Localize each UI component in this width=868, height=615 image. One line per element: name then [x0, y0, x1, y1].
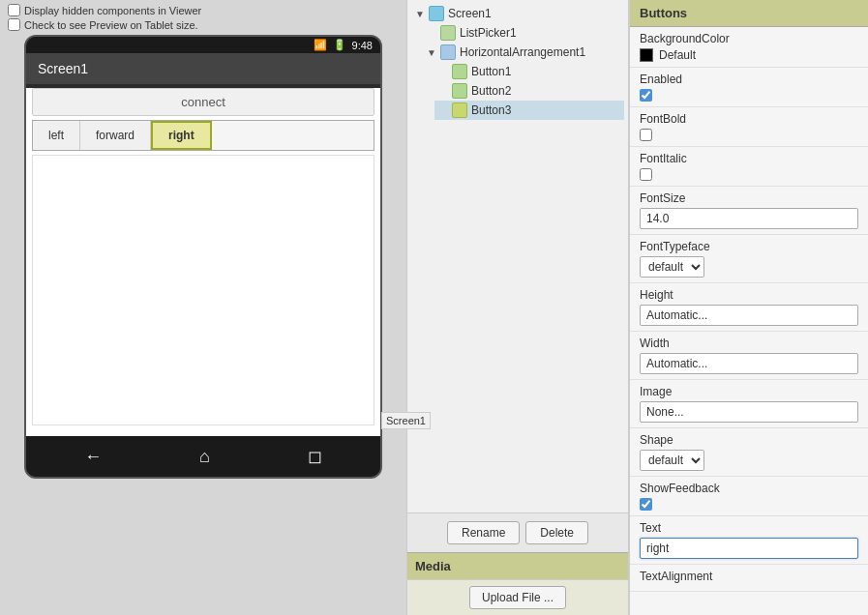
component-tree-panel: ▼ Screen1 ListPicker1 ▼ HorizontalArrang…: [406, 0, 629, 615]
listpicker1-label: ListPicker1: [460, 26, 517, 40]
prop-label-showfeedback: ShowFeedback: [640, 482, 858, 495]
input-image[interactable]: [640, 401, 858, 423]
prop-label-fonttypeface: FontTypeface: [640, 240, 858, 253]
prop-label-enabled: Enabled: [640, 73, 858, 86]
select-fonttypeface[interactable]: default: [640, 256, 704, 278]
back-nav-icon: ←: [84, 447, 102, 467]
tree-actions: Rename Delete: [407, 512, 628, 552]
prop-showfeedback: ShowFeedback: [630, 477, 868, 516]
button1-icon: [452, 64, 467, 79]
screen1-label: Screen1: [448, 7, 492, 20]
phone-left-button[interactable]: left: [33, 121, 80, 150]
battery-icon: 🔋: [333, 39, 346, 51]
checkbox-fontitalic[interactable]: [640, 168, 652, 181]
phone-status-bar: 📶 🔋 9:48: [26, 37, 380, 53]
prop-label-shape: Shape: [640, 433, 858, 447]
screen-label: Screen1: [381, 412, 431, 429]
expand-button3: [438, 105, 450, 116]
screen-icon: [429, 6, 444, 21]
prop-label-fontsize: FontSize: [640, 191, 858, 205]
prop-label-image: Image: [640, 385, 858, 398]
button2-icon: [452, 83, 467, 99]
rename-button[interactable]: Rename: [447, 521, 520, 544]
properties-panel: Buttons BackgroundColor Default Enabled …: [629, 0, 868, 615]
prop-label-background-color: BackgroundColor: [640, 32, 858, 45]
prop-label-width: Width: [640, 337, 858, 350]
hidden-components-option[interactable]: Display hidden components in Viewer: [8, 4, 399, 16]
phone-content: connect left forward right: [26, 88, 380, 436]
hidden-components-checkbox[interactable]: [8, 4, 20, 16]
phone-device: 📶 🔋 9:48 Screen1 connect left forward ri…: [24, 35, 382, 479]
prop-enabled: Enabled: [630, 68, 868, 107]
tablet-preview-option[interactable]: Check to see Preview on Tablet size.: [8, 18, 399, 31]
checkbox-enabled[interactable]: [640, 89, 652, 102]
expand-screen1: ▼: [415, 9, 427, 19]
phone-forward-button[interactable]: forward: [80, 121, 151, 150]
prop-value-shape: default: [640, 450, 858, 471]
button2-label: Button2: [471, 84, 511, 98]
media-section-header: Media: [407, 552, 628, 579]
button1-label: Button1: [471, 65, 511, 78]
expand-listpicker1: [427, 28, 438, 39]
select-shape[interactable]: default: [640, 450, 704, 471]
checkbox-showfeedback[interactable]: [640, 498, 652, 511]
tablet-preview-checkbox[interactable]: [8, 18, 20, 31]
button3-icon: [452, 102, 467, 118]
phone-wrapper: 📶 🔋 9:48 Screen1 connect left forward ri…: [24, 35, 382, 479]
prop-label-text: Text: [640, 521, 858, 535]
prop-image: Image: [630, 380, 868, 428]
prop-fontitalic: FontItalic: [630, 147, 868, 187]
prop-label-height: Height: [640, 288, 858, 302]
prop-fontsize: FontSize: [630, 187, 868, 235]
viewer-panel: Display hidden components in Viewer Chec…: [0, 0, 406, 615]
delete-button[interactable]: Delete: [525, 521, 588, 544]
prop-shape: Shape default: [630, 428, 868, 477]
input-text[interactable]: [640, 538, 858, 559]
phone-empty-area: [32, 155, 374, 425]
prop-value-background-color: Default: [640, 48, 858, 62]
prop-height: Height: [630, 283, 868, 332]
prop-label-textalignment: TextAlignment: [640, 570, 858, 583]
tree-area: ▼ Screen1 ListPicker1 ▼ HorizontalArrang…: [407, 0, 628, 512]
tree-item-button3[interactable]: Button3: [434, 101, 624, 120]
prop-text-background-color: Default: [659, 48, 696, 62]
prop-value-showfeedback: [640, 498, 858, 511]
wifi-icon: 📶: [314, 39, 327, 51]
tree-item-horizontal-arrangement1[interactable]: ▼ HorizontalArrangement1: [423, 43, 624, 62]
prop-value-enabled: [640, 89, 858, 102]
tree-item-button2[interactable]: Button2: [434, 81, 624, 101]
prop-fontbold: FontBold: [630, 107, 868, 147]
prop-background-color: BackgroundColor Default: [630, 27, 868, 68]
prop-value-fontbold: [640, 129, 858, 141]
top-options: Display hidden components in Viewer Chec…: [8, 4, 399, 31]
prop-text: Text: [630, 516, 868, 565]
tree-item-listpicker1[interactable]: ListPicker1: [423, 23, 624, 43]
checkbox-fontbold[interactable]: [640, 129, 652, 141]
tree-item-button1[interactable]: Button1: [434, 62, 624, 81]
status-time: 9:48: [352, 40, 373, 51]
horizontal-arrangement1-label: HorizontalArrangement1: [460, 45, 585, 59]
phone-screen-title: Screen1: [26, 53, 380, 84]
color-swatch-black[interactable]: [640, 48, 653, 62]
prop-label-fontitalic: FontItalic: [640, 152, 858, 165]
tree-item-screen1[interactable]: ▼ Screen1: [411, 4, 624, 23]
listpicker-icon: [440, 25, 456, 41]
expand-button1: [438, 67, 450, 77]
input-height[interactable]: [640, 305, 858, 326]
home-nav-icon: ⌂: [199, 447, 210, 467]
input-fontsize[interactable]: [640, 208, 858, 229]
arrangement-icon: [440, 44, 456, 60]
recent-nav-icon: ◻: [308, 446, 322, 467]
expand-button2: [438, 86, 450, 97]
properties-header: Buttons: [630, 0, 868, 27]
phone-nav-bar: ← ⌂ ◻: [26, 436, 380, 477]
prop-value-fonttypeface: default: [640, 256, 858, 278]
prop-width: Width: [630, 332, 868, 380]
phone-button-row: left forward right: [32, 120, 374, 151]
upload-file-button[interactable]: Upload File ...: [469, 586, 566, 609]
media-upload-area: Upload File ...: [407, 579, 628, 615]
button3-label: Button3: [471, 103, 511, 117]
prop-label-fontbold: FontBold: [640, 112, 858, 126]
phone-right-button[interactable]: right: [151, 121, 212, 150]
input-width[interactable]: [640, 353, 858, 374]
